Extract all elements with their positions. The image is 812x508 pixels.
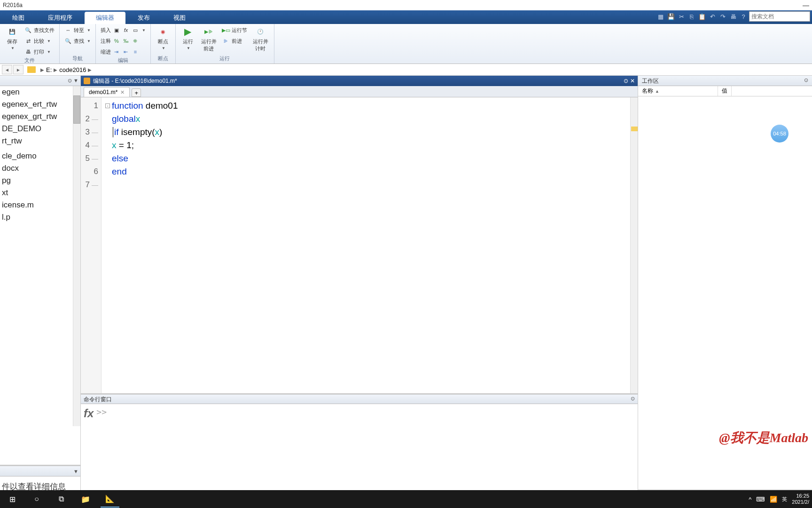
list-item[interactable]: pg [0,175,80,187]
editor-scrollbar[interactable] [630,97,638,393]
chevron-right-icon: ▶ [40,67,44,72]
main-area: ⊙ ▼ egenegenex_ert_rtwegenex_grt_rtwDE_D… [0,76,812,497]
add-tab-button[interactable]: + [132,88,141,97]
cortana-button[interactable]: ○ [27,491,46,508]
cmd-dropdown-icon[interactable]: ⊙ [631,396,635,403]
search-input[interactable] [749,11,810,22]
panel-dropdown-icon[interactable]: ⊙ ▼ [68,78,78,84]
list-item[interactable]: icense.m [0,199,80,211]
path-back-button[interactable]: ◄ [2,65,12,74]
list-item[interactable]: l.p [0,211,80,223]
list-item[interactable]: rt_rtw [0,135,80,147]
close-icon[interactable]: ✕ [120,89,125,95]
editor-min-icon[interactable]: ⊙ [624,78,628,84]
redo-icon[interactable]: ↷ [718,12,727,21]
timer-badge: 04:58 [771,125,789,143]
left-scrollbar[interactable] [73,86,80,426]
outdent-icon: ⇤ [122,48,130,56]
ime-lang[interactable]: 英 [782,496,787,503]
taskview-button[interactable]: ⧉ [52,491,70,508]
path-drive[interactable]: E: [46,66,52,73]
unpercent-icon: ‰ [122,37,130,45]
editor-title: 编辑器 - E:\code2016\demo01.m* [93,77,177,85]
editor-titlebar: 编辑器 - E:\code2016\demo01.m* ⊙ ✕ [81,76,638,86]
editor-icon [84,78,90,84]
editor-close-icon[interactable]: ✕ [630,78,635,84]
workspace-body[interactable]: 04:58 @我不是Matlab [638,96,812,489]
run-button[interactable]: ▶ 运行 ▼ [179,25,197,51]
tab-view[interactable]: 视图 [162,12,197,24]
cmd-body[interactable]: fx >> [81,404,638,497]
undo-icon[interactable]: ↶ [708,12,717,21]
tab-editor[interactable]: 编辑器 [85,12,125,24]
fx-icon[interactable]: fx [84,407,94,494]
list-item[interactable]: docx [0,162,80,175]
path-fwd-button[interactable]: ► [13,65,23,74]
app-title: R2016a [3,2,23,8]
print-button[interactable]: 🖶打印▼ [23,47,56,57]
matlab-taskbar-button[interactable]: 📐 [101,491,119,508]
tab-plot[interactable]: 绘图 [1,12,36,24]
file-list[interactable]: egenegenex_ert_rtwegenex_grt_rtwDE_DEMOr… [0,86,80,465]
breakpoints-button[interactable]: ◉ 断点 ▼ [154,25,172,51]
run-time-button[interactable]: 🕐 运行并 计时 [250,25,271,53]
save-button[interactable]: 💾 保存 ▼ [3,25,22,51]
paste-icon[interactable]: 📋 [697,12,707,21]
editor-tabstrip: demo01.m* ✕ + [81,86,638,97]
indent-button[interactable]: 缩进 ⇥ ⇤ ≡ [99,47,148,57]
center-panel: 编辑器 - E:\code2016\demo01.m* ⊙ ✕ demo01.m… [81,76,638,497]
list-item[interactable]: DE_DEMO [0,123,80,135]
col-name[interactable]: 名称▲ [638,86,718,96]
help-icon[interactable]: ? [739,12,748,21]
start-button[interactable]: ⊞ [3,491,22,508]
insert-icon: ▣ [113,26,120,34]
window-controls: — [803,1,809,9]
code-area[interactable]: -function demo01 global x if isempty(x) … [102,97,630,393]
minimize-button[interactable]: — [803,1,809,9]
search-file-icon: 🔍 [24,26,32,34]
taskbar: ⊞ ○ ⧉ 📁 📐 ^ ⌨ 📶 英 16:25 2021/2/ [0,490,812,508]
detail-collapse-icon[interactable]: ▼ [73,468,78,474]
sort-icon: ▲ [655,89,659,94]
editor-body[interactable]: 12 —3 —4 —5 —67 — -function demo01 globa… [81,97,638,393]
fx-icon: fx [122,26,130,34]
ribbon: 💾 保存 ▼ 🔍查找文件 ⇄比较▼ 🖶打印▼ 文件 ↔转至▼ 🔍查找▼ 导航 插… [0,24,812,64]
tray-chevron-icon[interactable]: ^ [749,496,751,503]
current-folder-panel: ⊙ ▼ egenegenex_ert_rtwegenex_grt_rtwDE_D… [0,76,81,497]
compare-button[interactable]: ⇄比较▼ [23,36,56,46]
cmd-title: 命令行窗口 [84,396,112,403]
path-folder[interactable]: code2016 [59,66,86,73]
find-button[interactable]: 🔍查找▼ [62,36,93,46]
tab-apps[interactable]: 应用程序 [37,12,84,24]
layout-icon[interactable]: ▦ [656,12,665,21]
breakpoint-icon: ◉ [157,26,169,37]
editor-tab[interactable]: demo01.m* ✕ [84,87,130,97]
ime-icon[interactable]: ⌨ [756,496,765,503]
col-value[interactable]: 值 [718,86,732,96]
insert-button[interactable]: 插入 ▣ fx ▭▼ [99,25,148,35]
comment-button[interactable]: 注释 % ‰ ⁜ [99,36,148,46]
explorer-button[interactable]: 📁 [76,491,95,508]
list-item[interactable]: egenex_grt_rtw [0,111,80,123]
printer-icon[interactable]: 🖶 [728,12,738,21]
findfiles-button[interactable]: 🔍查找文件 [23,25,56,35]
tab-publish[interactable]: 发布 [126,12,161,24]
list-item[interactable]: cle_demo [0,150,80,162]
clock[interactable]: 16:25 2021/2/ [792,493,809,505]
run-section-button[interactable]: ▶▭运行节 [220,25,249,35]
printer-icon: 🖶 [24,48,32,56]
copy-icon[interactable]: ⎘ [687,12,696,21]
folder-icon [27,66,36,73]
save-quick-icon[interactable]: 💾 [666,12,676,21]
list-item[interactable]: egen [0,86,80,98]
run-advance-button[interactable]: ▶⫸ 运行并 前进 [198,25,219,53]
command-window: 命令行窗口 ⊙ fx >> [81,393,638,497]
editor-tab-label: demo01.m* [89,89,117,95]
workspace-dropdown-icon[interactable]: ⊙ [804,77,808,84]
wifi-icon[interactable]: 📶 [770,496,777,503]
cut-icon[interactable]: ✂ [677,12,686,21]
list-item[interactable]: xt [0,187,80,199]
goto-button[interactable]: ↔转至▼ [62,25,93,35]
advance-button[interactable]: ⫸前进 [220,36,249,46]
list-item[interactable]: egenex_ert_rtw [0,98,80,111]
